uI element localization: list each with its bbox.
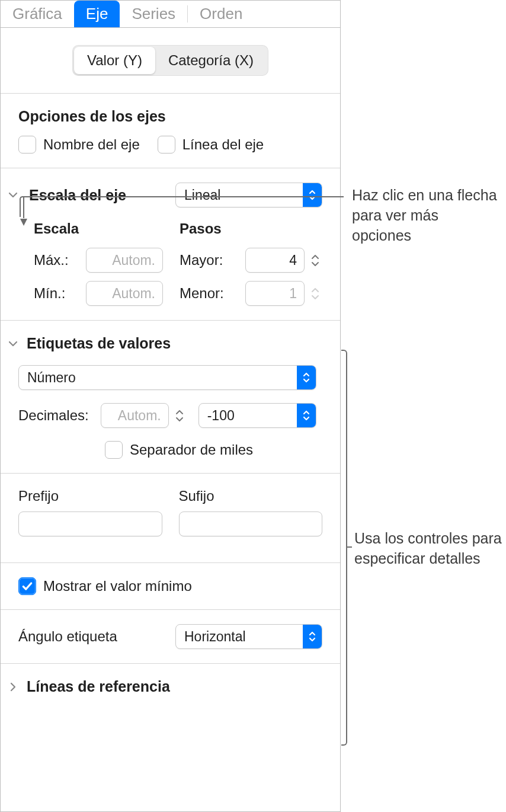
select-value: Número — [27, 370, 76, 386]
stepper-minor[interactable] — [308, 281, 322, 306]
show-min-value-section: Mostrar el valor mínimo — [1, 563, 340, 610]
checkbox-icon — [18, 136, 36, 154]
label-angle-select[interactable]: Horizontal — [175, 624, 322, 649]
stepper-major[interactable] — [308, 248, 322, 273]
checkbox-icon — [158, 136, 175, 154]
checkbox-axis-line[interactable]: Línea del eje — [158, 136, 264, 154]
callout-bracket — [341, 350, 347, 746]
tab-order[interactable]: Orden — [188, 1, 254, 27]
axis-options-title: Opciones de los ejes — [18, 108, 322, 125]
disclosure-arrow-icon[interactable] — [8, 190, 18, 200]
steps-column: Pasos Mayor: Menor: — [180, 220, 322, 306]
decimals-label: Decimales: — [18, 407, 89, 424]
checkbox-show-min-value[interactable]: Mostrar el valor mínimo — [18, 577, 322, 595]
max-input[interactable] — [86, 248, 163, 273]
reference-lines-section: Líneas de referencia — [1, 664, 340, 709]
segment-value-y[interactable]: Valor (Y) — [74, 47, 155, 74]
minor-input[interactable] — [245, 281, 305, 306]
prefix-suffix-section: Prefijo Sufijo — [1, 474, 340, 563]
axis-scale-section: Escala del eje Lineal Escala Máx.: Mín.: — [1, 168, 340, 321]
stepper-decimals[interactable] — [172, 403, 187, 428]
min-label: Mín.: — [34, 285, 65, 302]
suffix-label: Sufijo — [179, 488, 323, 504]
max-label: Máx.: — [34, 252, 69, 268]
major-input[interactable] — [245, 248, 305, 273]
select-value: Horizontal — [184, 629, 246, 645]
checkbox-icon — [105, 441, 123, 459]
disclosure-arrow-icon[interactable] — [8, 338, 18, 349]
decimals-input[interactable] — [101, 403, 169, 428]
segment-category-x[interactable]: Categoría (X) — [155, 47, 267, 74]
checkbox-label: Separador de miles — [130, 442, 253, 458]
checkbox-label: Nombre del eje — [43, 136, 140, 153]
label-angle-section: Ángulo etiqueta Horizontal — [1, 610, 340, 664]
arrowhead-icon — [20, 217, 28, 226]
major-label: Mayor: — [180, 252, 223, 268]
value-format-select[interactable]: Número — [18, 365, 316, 390]
chevron-updown-icon — [303, 625, 322, 648]
checkbox-icon — [18, 577, 36, 595]
minor-label: Menor: — [180, 285, 224, 302]
axis-subtab-row: Valor (Y) Categoría (X) — [1, 28, 340, 94]
format-tabs: Gráfica Eje Series Orden — [1, 1, 340, 28]
scale-label: Escala — [34, 220, 163, 237]
tab-chart[interactable]: Gráfica — [1, 1, 74, 27]
tab-series[interactable]: Series — [120, 1, 187, 27]
disclosure-arrow-icon[interactable] — [8, 682, 18, 692]
value-labels-section: Etiquetas de valores Número Decimales: -… — [1, 321, 340, 474]
min-input[interactable] — [86, 281, 163, 306]
axis-segmented: Valor (Y) Categoría (X) — [72, 45, 268, 76]
negative-format-select[interactable]: -100 — [198, 403, 316, 428]
select-value: -100 — [207, 408, 235, 424]
chevron-updown-icon — [297, 404, 316, 427]
chevron-updown-icon — [297, 366, 316, 389]
prefix-label: Prefijo — [18, 488, 162, 504]
callout-arrow-text: Haz clic en una flecha para ver más opci… — [352, 186, 500, 245]
reference-lines-header: Líneas de referencia — [27, 678, 170, 695]
callout-leader-line — [347, 546, 352, 548]
callout-controls-text: Usa los controles para especificar detal… — [354, 529, 502, 569]
checkbox-label: Línea del eje — [182, 136, 264, 153]
scale-column: Escala Máx.: Mín.: — [34, 220, 163, 306]
value-labels-header: Etiquetas de valores — [27, 335, 171, 352]
label-angle-label: Ángulo etiqueta — [18, 628, 117, 645]
checkbox-thousands-sep[interactable]: Separador de miles — [12, 441, 322, 459]
checkbox-label: Mostrar el valor mínimo — [43, 578, 192, 594]
tab-axis[interactable]: Eje — [74, 1, 120, 27]
axis-options-section: Opciones de los ejes Nombre del eje Líne… — [1, 94, 340, 168]
prefix-input[interactable] — [18, 512, 162, 536]
checkbox-axis-name[interactable]: Nombre del eje — [18, 136, 140, 154]
suffix-input[interactable] — [179, 512, 323, 536]
callout-leader-line — [20, 196, 344, 217]
steps-label: Pasos — [180, 220, 322, 237]
